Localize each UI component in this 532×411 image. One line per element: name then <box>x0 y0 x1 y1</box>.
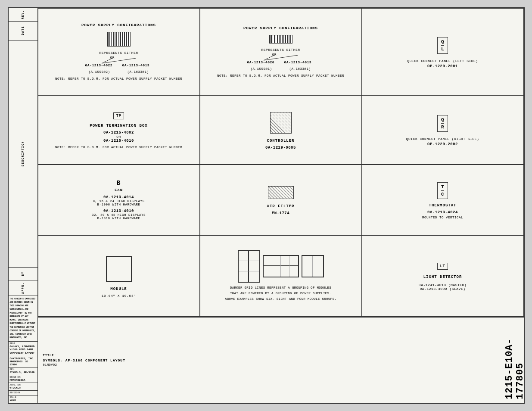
qc-right-part: OP-1229-2002 <box>427 142 458 146</box>
arrow-diagram-right: OR 0A-1213-4026 0A-1213-4013 <box>238 52 324 67</box>
g6-2 <box>249 251 259 261</box>
arrow-svg-right <box>238 52 324 67</box>
bt-title-label: TITLE: <box>43 354 501 357</box>
part1-left: 0A-1213-4022 <box>85 63 113 67</box>
grid-6 <box>238 250 260 283</box>
cell-ps-config-left: POWER SUPPLY CONFIGURATIONS REPRESENTS E… <box>38 8 200 95</box>
fan-b: B <box>117 180 121 187</box>
g8-5 <box>264 266 272 277</box>
cell-module-groups: DARKER GRID LINES REPRESENT A GROUPING O… <box>200 235 362 317</box>
grids-row <box>238 250 324 283</box>
fan-sub2: 32, 40 & 48 HIGH DISPLAYS <box>92 213 146 217</box>
g8-8 <box>289 266 298 277</box>
g6-4 <box>249 261 259 271</box>
tb-drawn: DRAWN BY: MMAUMIENGA <box>9 375 37 383</box>
af-part: EN-1774 <box>272 211 289 215</box>
cell-controller: CONTROLLER 0A-1229-0005 <box>200 95 362 165</box>
pt-or: OR <box>116 135 121 139</box>
pt-part1: 0A-1215-4002 <box>103 131 134 135</box>
arrow-svg-left <box>76 55 162 70</box>
cell-quick-right: Q R QUICK CONNECT PANEL (RIGHT SIDE) OP-… <box>362 95 524 165</box>
g8-3 <box>281 256 289 266</box>
thermo-title: THERMOSTAT <box>429 203 456 208</box>
ps-right-title: POWER SUPPLY CONFIGURATIONS <box>243 26 318 31</box>
arrow-diagram-left: OR 0A-1213-4022 0A-1213-4013 <box>76 55 162 70</box>
tb-appr: APPR. BY: WTUCKER <box>9 383 37 391</box>
g8-1 <box>264 256 272 266</box>
note-left: NOTE: REFER TO B.O.M. FOR ACTUAL POWER S… <box>55 77 182 81</box>
qc-right-label: QUICK CONNECT PANEL (RIGHT SIDE) <box>406 137 479 141</box>
tb-revision-scale: REVISION <box>9 391 37 395</box>
represents-right: REPRESENTS EITHER <box>261 48 300 52</box>
g6-5 <box>239 271 249 282</box>
mod-dims: 10.64" X 10.64" <box>102 294 136 298</box>
part1-right: 0A-1213-4026 <box>247 60 275 64</box>
ld-title: LIGHT DETECTOR <box>423 275 462 279</box>
module-box <box>106 256 132 282</box>
tc-bottom: C <box>441 192 444 197</box>
g8-4 <box>289 256 298 266</box>
g6-1 <box>239 251 249 261</box>
mod-title: MODULE <box>110 287 127 291</box>
fan-title: FAN <box>115 188 123 193</box>
tc-top: T <box>441 184 444 191</box>
note-right: NOTE: REFER TO B.O.M. FOR ACTUAL POWER S… <box>217 74 344 78</box>
g6-6 <box>249 271 259 282</box>
rev-label: REV. <box>9 8 37 22</box>
bottom-title-block: TITLE: SYMBOLS, AF-3160 COMPONENT LAYOUT… <box>38 317 524 403</box>
part-subs-right: (A-1555@1) (A-1633@1) <box>250 67 311 71</box>
af-title: AIR FILTER <box>267 204 294 209</box>
lt-box: LT <box>437 263 448 270</box>
controller-hatch <box>270 112 292 134</box>
tb-proj: PROJ. GALAXY, LOUVERED V1500 MONO 34MM C… <box>9 342 37 356</box>
bt-part-number: 1215-E10A-177805 <box>504 321 526 399</box>
ctrl-part: 0A-1229-0005 <box>265 146 296 150</box>
g8-6 <box>272 266 281 277</box>
tb-desc: DES. SYMBOLS, AF-3160 <box>9 367 37 375</box>
g4-1 <box>302 256 313 266</box>
ps-icon-right <box>269 35 292 44</box>
tb-scale: SCALE: NONE <box>9 395 37 403</box>
g8-7 <box>281 266 289 277</box>
fan-sub2b: B-1019 WITH HARDWARE <box>97 217 140 220</box>
grid-8 <box>263 255 299 277</box>
bt-date-value: 01NOV02 <box>43 363 501 367</box>
g4-2 <box>313 256 323 266</box>
ql-box: Q L <box>437 37 448 54</box>
page: REV. DATE DESCRIPTION BY APPR. THE CONCE… <box>8 7 525 404</box>
thermo-part: 0A-1213-4024 <box>427 210 458 215</box>
module-groups-note: DARKER GRID LINES REPRESENT A GROUPING O… <box>225 285 336 302</box>
bt-part-number-area: 1215-E10A-177805 <box>506 318 524 403</box>
bt-title-area: TITLE: SYMBOLS, AF-3160 COMPONENT LAYOUT… <box>38 318 506 403</box>
part2-left: 0A-1213-4013 <box>122 63 150 67</box>
air-filter-hatch <box>268 186 294 199</box>
g4-3 <box>302 266 313 277</box>
ql-bottom: L <box>441 47 444 52</box>
fan-part2: 0A-1213-4010 <box>103 209 134 213</box>
cell-air-filter: AIR FILTER EN-1774 <box>200 165 362 235</box>
ql-top: Q <box>441 39 444 46</box>
pt-note: NOTE: REFER TO B.O.M. FOR ACTUAL POWER S… <box>55 146 182 149</box>
grid-4 <box>302 255 324 277</box>
cell-thermostat: T C THERMOSTAT 0A-1213-4024 MOUNTED TO V… <box>362 165 524 235</box>
pt-title: POWER TERMINATION BOX <box>90 124 147 128</box>
thermo-sub: MOUNTED TO VERTICAL <box>422 216 463 219</box>
cell-module: MODULE 10.64" X 10.64" <box>38 235 200 317</box>
pt-part2: 0A-1215-4010 <box>103 139 134 143</box>
qr-box: Q R <box>437 115 448 132</box>
g4-4 <box>313 266 323 277</box>
by-label: BY <box>9 268 37 280</box>
content-grid: POWER SUPPLY CONFIGURATIONS REPRESENTS E… <box>38 8 524 317</box>
part-subs-left: (A-1555@2) (A-1633@1) <box>88 70 149 74</box>
appr-label: APPR. <box>9 280 37 296</box>
represents-left: REPRESENTS EITHER <box>99 51 138 55</box>
qc-left-part: OP-1229-2001 <box>427 64 458 68</box>
tp-box: TP <box>113 112 124 119</box>
cell-light-detector: LT LIGHT DETECTOR 0A-1241-4013 (MASTER) … <box>362 235 524 317</box>
ctrl-title: CONTROLLER <box>267 139 294 143</box>
sidebar: REV. DATE DESCRIPTION BY APPR. THE CONCE… <box>9 8 38 403</box>
cell-power-term: TP POWER TERMINATION BOX 0A-1215-4002 OR… <box>38 95 200 165</box>
cell-fan: B FAN 0A-1213-4014 8, 16 & 24 HIGH DISPL… <box>38 165 200 235</box>
desc-label: DESCRIPTION <box>9 40 37 268</box>
date-label: DATE <box>9 22 37 40</box>
